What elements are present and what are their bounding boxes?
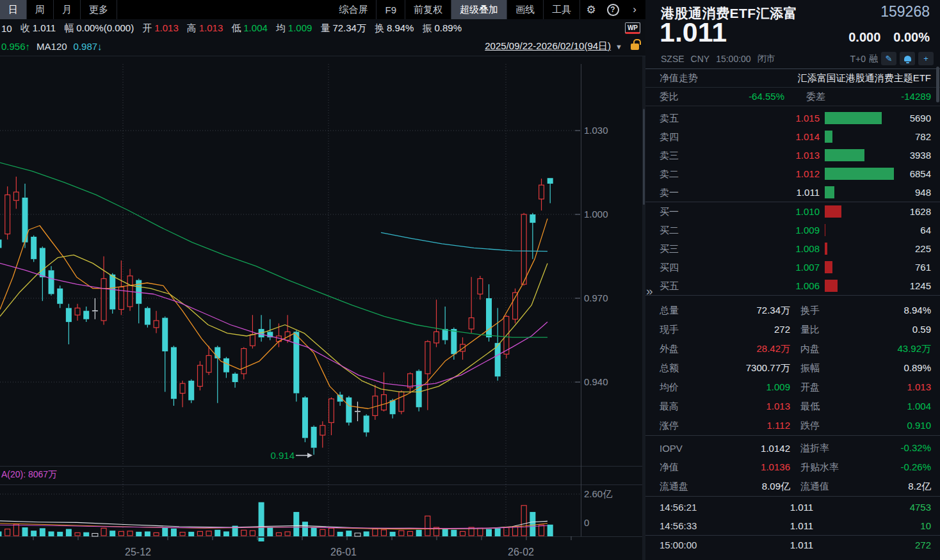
stats-row-0: 总量72.34万换手8.94% (645, 301, 940, 320)
period-tab-3[interactable]: 更多 (81, 0, 117, 19)
price-info-6: 量72.34万 (320, 22, 366, 35)
price-info-5: 均1.009 (276, 22, 312, 35)
ma-label-row: 0.956↑MA1200.987↓ 2025/09/22-2026/02/10(… (0, 37, 645, 56)
ask-row-0[interactable]: 卖五1.0155690 (645, 109, 940, 127)
help-icon[interactable]: ? (602, 0, 624, 19)
chevron-right-icon[interactable]: › (624, 0, 645, 19)
svg-text:0: 0 (584, 517, 589, 528)
price-info-8: 振0.89% (422, 22, 462, 35)
tool-tab-0[interactable]: 综合屏 (330, 0, 377, 19)
price-info-4: 低1.004 (231, 22, 268, 35)
quote-header: 港股通消费ETF汇添富 159268 1.011 0.000 0.00% SZS… (645, 0, 940, 69)
iopv-row-2: 流通盘8.09亿流通值8.2亿 (645, 477, 940, 496)
volume-ma-label: A(20): 8067万 (1, 469, 57, 481)
ask-depth-bar (825, 168, 894, 180)
t0-flag: T+0 (850, 54, 866, 64)
bid-depth-bar (825, 280, 838, 292)
edit-icon[interactable]: ✎ (881, 52, 896, 65)
weibi-row: 委比 -64.55% 委差 -14289 (645, 88, 940, 106)
stats-row-3: 总额7300.77万振幅0.89% (645, 358, 940, 378)
quote-time: 15:00:00 (716, 54, 751, 64)
svg-text:26-02: 26-02 (508, 547, 534, 557)
bid-row-2[interactable]: 买三1.008225 (645, 239, 940, 258)
iopv-row-0: IOPV1.0142溢折率-0.32% (645, 438, 940, 458)
wp-badge-icon[interactable]: WP (625, 22, 640, 34)
unlock-icon[interactable] (631, 44, 639, 50)
bid-row-1[interactable]: 买二1.00964 (645, 221, 940, 239)
date-range-link[interactable]: 2025/09/22-2026/02/10(94日) (485, 40, 611, 52)
panel-scrollbar[interactable] (936, 67, 939, 102)
exchange: SZSE (661, 54, 685, 64)
kline-chart[interactable]: 1.0301.0000.9700.9402.60亿025-1226-0126-0… (0, 0, 645, 560)
gear-icon[interactable]: ⚙ (580, 0, 602, 19)
tool-tab-1[interactable]: F9 (377, 0, 405, 19)
bid-row-4[interactable]: 买五1.0061245 (645, 276, 940, 295)
price-info-row: 10 收1.011幅0.00%(0.000)开1.013高1.013低1.004… (0, 19, 645, 37)
svg-text:1.030: 1.030 (584, 125, 608, 136)
price-info-0: 收1.011 (20, 22, 56, 35)
period-tab-0[interactable]: 日 (0, 0, 27, 19)
iopv-row-1: 净值1.0136升贴水率-0.26% (645, 458, 940, 477)
bid-depth-bar (825, 224, 825, 236)
tool-tab-5[interactable]: 工具 (544, 0, 580, 19)
svg-text:26-01: 26-01 (330, 547, 357, 557)
ma-labels: 0.956↑MA1200.987↓ (1, 41, 102, 52)
price-change: 0.000 0.00% (848, 30, 930, 45)
change-value: 0.000 (848, 30, 880, 45)
stats-row-4: 均价1.009开盘1.013 (645, 378, 940, 397)
ask-row-1[interactable]: 卖四1.014782 (645, 127, 940, 146)
period-tab-1[interactable]: 周 (27, 0, 54, 19)
chart-region: 1.0301.0000.9700.9402.60亿025-1226-0126-0… (0, 0, 645, 560)
ask-depth-bar (825, 112, 882, 124)
caret-down-icon[interactable]: ▼ (615, 43, 622, 51)
nav-row[interactable]: 净值走势 汇添富国证港股通消费主题ETF (645, 69, 940, 88)
weicha-value: -14289 (825, 91, 931, 103)
tool-tab-3[interactable]: 超级叠加 (451, 0, 507, 19)
nav-fund-name[interactable]: 汇添富国证港股通消费主题ETF (798, 72, 931, 84)
stats-row-5: 最高1.013最低1.004 (645, 397, 940, 416)
price-info-7: 换8.94% (375, 22, 414, 35)
bid-depth-bar (825, 261, 832, 273)
bell-icon[interactable] (900, 52, 915, 65)
tool-tab-4[interactable]: 画线 (507, 0, 544, 19)
tick-row-0: 14:56:211.0114753 (645, 498, 940, 516)
ask-row-3[interactable]: 卖二1.0126854 (645, 164, 940, 183)
svg-text:2.60亿: 2.60亿 (584, 488, 612, 499)
plus-icon[interactable]: + (918, 52, 934, 65)
ask-depth-bar (825, 131, 832, 143)
order-book: 卖五1.0155690卖四1.014782卖三1.0133938卖二1.0126… (645, 106, 940, 295)
tool-tabs: 综合屏F9前复权超级叠加画线工具 (330, 0, 580, 19)
svg-text:0.940: 0.940 (584, 376, 608, 387)
ma-segment-2: 0.987↓ (74, 41, 102, 52)
ask-row-2[interactable]: 卖三1.0133938 (645, 146, 940, 164)
bid-depth-bar (825, 243, 827, 255)
currency: CNY (691, 54, 710, 64)
weicha-label: 委差 (806, 91, 825, 103)
stats-row-2: 外盘28.42万内盘43.92万 (645, 339, 940, 358)
change-percent: 0.00% (893, 30, 930, 45)
collapse-handle[interactable]: » (646, 284, 653, 298)
price-info-2: 开1.013 (142, 22, 179, 35)
market-status: 闭市 (758, 53, 775, 65)
tool-tab-2[interactable]: 前复权 (405, 0, 451, 19)
svg-text:25-12: 25-12 (125, 547, 151, 557)
period-tab-2[interactable]: 月 (54, 0, 81, 19)
bid-row-0[interactable]: 买一1.0101628 (645, 202, 940, 221)
iopv-grid: IOPV1.0142溢折率-0.32%净值1.0136升贴水率-0.26%流通盘… (645, 436, 940, 496)
toolbar-right: 综合屏F9前复权超级叠加画线工具 ⚙ ? › (330, 0, 645, 19)
ask-depth-bar (825, 149, 864, 161)
weibi-value: -64.55% (679, 91, 806, 103)
tick-row-last: 15:00:001.011272 (645, 536, 940, 554)
ask-row-4[interactable]: 卖一1.011948 (645, 183, 940, 202)
tick-row-1: 14:56:331.01110 (645, 516, 940, 535)
ma-segment-1: MA120 (36, 41, 67, 52)
time-sales: 14:56:211.011475314:56:331.0111015:00:00… (645, 497, 940, 554)
bid-row-3[interactable]: 买四1.007761 (645, 258, 940, 276)
margin-flag: 融 (869, 53, 878, 65)
price-info-3: 高1.013 (187, 22, 223, 35)
instrument-code: 159268 (880, 3, 930, 20)
svg-text:1.000: 1.000 (584, 209, 608, 220)
date-fragment: 10 (1, 23, 12, 34)
price-info-1: 幅0.00%(0.000) (64, 22, 134, 35)
stats-row-1: 现手272量比0.59 (645, 320, 940, 339)
